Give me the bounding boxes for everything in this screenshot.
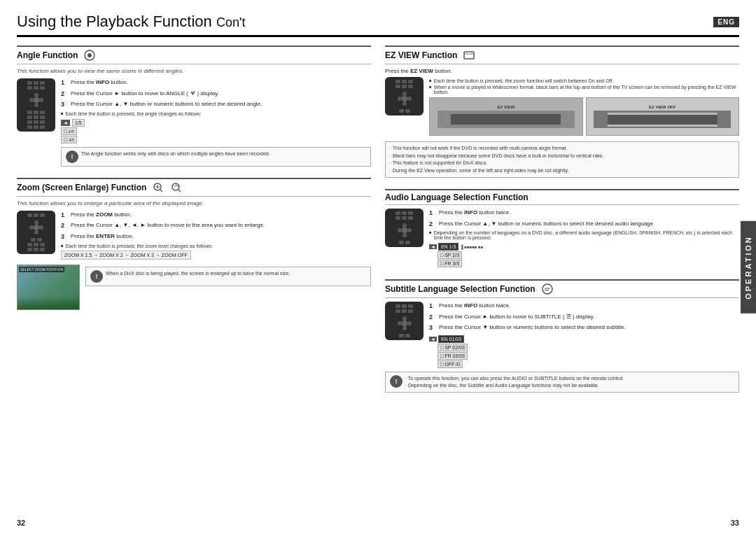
zoom-step-1: 1 Press the ZOOM button. (61, 211, 371, 220)
subtitle-step-1: 1 Press the INFO button twice. (429, 302, 739, 311)
page-numbers: 32 33 (0, 519, 756, 527)
svg-rect-8 (464, 52, 474, 59)
subtitle-step-3: 3 Press the Cursor ▼ button or numeric b… (429, 323, 739, 332)
subtitle-lang-header: Subtitle Language Selection Function (385, 279, 739, 298)
zoom-section: Zoom (Screen Enlarge) Function (17, 178, 371, 310)
audio-lang-header: Audio Language Selection Function (385, 189, 739, 205)
svg-line-7 (178, 190, 181, 192)
ez-bullet2: When a movie is played in Widescreen for… (429, 85, 739, 94)
subtitle-note-text: · To operate this function, you can also… (405, 375, 624, 389)
zoom-note-text: When a DivX disc is being played, the sc… (106, 270, 290, 283)
ez-screen-on: EZ VIEW (429, 97, 583, 136)
ez-view-icon (463, 49, 475, 62)
page-container: Using the Playback Function Con't ENG An… (0, 0, 756, 534)
angle-icon (83, 49, 96, 62)
subtitle-steps: 1 Press the INFO button twice. 2 Press t… (429, 302, 739, 369)
angle-section-title: Angle Function (17, 50, 78, 60)
angle-subtitle: This function allows you to view the sam… (17, 68, 371, 74)
audio-remote (385, 209, 424, 268)
ez-view-content: Each time the button is pressed, the zoo… (385, 77, 739, 139)
ez-view-steps: Each time the button is pressed, the zoo… (429, 77, 739, 139)
page-header: Using the Playback Function Con't ENG (17, 13, 739, 37)
svg-line-3 (160, 190, 162, 192)
audio-lang-title: Audio Language Selection Function (385, 192, 528, 202)
zoom-steps: 1 Press the ZOOM button. 2 Press the Cur… (61, 211, 371, 262)
zoom-preview: SELECT ZOOM POSITION (17, 265, 80, 310)
ez-view-title: EZ VIEW Function (385, 50, 457, 60)
angle-step-2: 2 Press the Cursor ► button to move to A… (61, 90, 371, 99)
angle-content: 1 Press the INFO button. 2 Press the Cur… (17, 78, 371, 167)
angle-display: ◄ 1/5 ☐ 2/5 ☐ 3/5 (61, 119, 371, 143)
page-title: Using the Playback Function Con't (17, 13, 245, 31)
subtitle-note: ! · To operate this function, you can al… (385, 372, 739, 393)
eng-badge: ENG (713, 17, 739, 27)
zoom-preview-label: SELECT ZOOM POSITION (19, 267, 64, 272)
audio-steps: 1 Press the INFO button twice. 2 Press t… (429, 209, 739, 268)
ez-view-notes: · This function will not work if the DVD… (385, 141, 739, 178)
ez-bullet1: Each time the button is pressed, the zoo… (429, 78, 739, 83)
column-right: EZ VIEW Function Press the EZ VIEW butto… (385, 45, 739, 515)
audio-lang-section: Audio Language Selection Function (385, 189, 739, 268)
angle-step-3: 3 Press the Cursor ▲, ▼ button or numeri… (61, 100, 371, 109)
zoom-step-3: 3 Press the ENTER button. (61, 232, 371, 241)
audio-display-items: ◄ EN 1/3 ▐ ■■■■■ ■■ □ SP 2/3 □ FR 3/3 (429, 243, 739, 267)
ez-view-screens: EZ VIEW EZ VIEW OFF (429, 97, 739, 136)
page-number-left: 32 (17, 519, 25, 527)
title-text: Using the Playback Function (17, 13, 212, 30)
zoom-icon (152, 181, 164, 194)
zoom-bullet: Each time the button is pressed, the zoo… (61, 244, 371, 248)
ez-notes-text: · This function will not work if the DVD… (390, 145, 734, 174)
subtitle-content: 1 Press the INFO button twice. 2 Press t… (385, 302, 739, 369)
audio-step-1: 1 Press the INFO button twice. (429, 209, 739, 218)
angle-step-1: 1 Press the INFO button. (61, 78, 371, 87)
angle-section: Angle Function This function allows you … (17, 45, 371, 167)
angle-bullet: Each time the button is pressed, the ang… (61, 111, 371, 116)
angle-note: ! The Angle function works only with dis… (61, 147, 371, 167)
subtitle-icon (541, 283, 554, 295)
zoom-step-2: 2 Press the Cursor ▲, ▼, ◄, ► button to … (61, 221, 371, 230)
ez-view-remote (385, 77, 424, 139)
subtitle-step-2: 2 Press the Cursor ► button to move to S… (429, 313, 739, 322)
zoom-remote (17, 211, 55, 262)
ez-view-section: EZ VIEW Function Press the EZ VIEW butto… (385, 45, 739, 178)
ez-screen-off: EZ VIEW OFF (586, 97, 740, 136)
angle-remote (17, 78, 55, 167)
zoom-subtitle: This function allows you to enlarge a pa… (17, 200, 371, 206)
zoom-note-icon: ! (90, 270, 103, 283)
subtitle-display-items: ◄ EN 01/03 □ SP 02/03 · □ FR 03/03 (429, 335, 739, 368)
ez-view-intro: Press the EZ VIEW button. (385, 68, 739, 74)
svg-point-10 (542, 284, 552, 294)
angle-section-header: Angle Function (17, 45, 371, 64)
page-number-right: 33 (731, 519, 739, 527)
angle-steps: 1 Press the INFO button. 2 Press the Cur… (61, 78, 371, 167)
zoom-note: ! When a DivX disc is being played, the … (85, 267, 371, 286)
zoom-sequence: ZOOM X 1.5 → ZOOM X 2 → ZOOM X 3 → ZOOM … (61, 251, 191, 260)
svg-point-1 (88, 53, 92, 57)
zoom-section-header: Zoom (Screen Enlarge) Function (17, 178, 371, 197)
zoom-content: 1 Press the ZOOM button. 2 Press the Cur… (17, 211, 371, 262)
zoom-icon2 (170, 181, 183, 194)
angle-note-text: The Angle function works only with discs… (81, 150, 270, 163)
angle-note-icon: ! (66, 150, 78, 163)
audio-step-2: 2 Press the Cursor ▲, ▼ button or numeri… (429, 220, 739, 229)
subtitle-lang-section: Subtitle Language Selection Function (385, 279, 739, 392)
audio-lang-content: 1 Press the INFO button twice. 2 Press t… (385, 209, 739, 268)
audio-bullet: Depending on the number of languages on … (429, 230, 739, 240)
title-suffix: Con't (216, 15, 245, 29)
content-columns: Angle Function This function allows you … (17, 45, 739, 515)
column-left: Angle Function This function allows you … (17, 45, 371, 515)
subtitle-note-icon: ! (390, 375, 402, 388)
zoom-bottom: SELECT ZOOM POSITION ! When a DivX disc … (17, 265, 371, 310)
subtitle-remote (385, 302, 424, 369)
zoom-section-title: Zoom (Screen Enlarge) Function (17, 183, 146, 192)
subtitle-lang-title: Subtitle Language Selection Function (385, 284, 536, 294)
operation-tab: OPERATION (741, 221, 756, 314)
ez-view-header: EZ VIEW Function (385, 45, 739, 64)
